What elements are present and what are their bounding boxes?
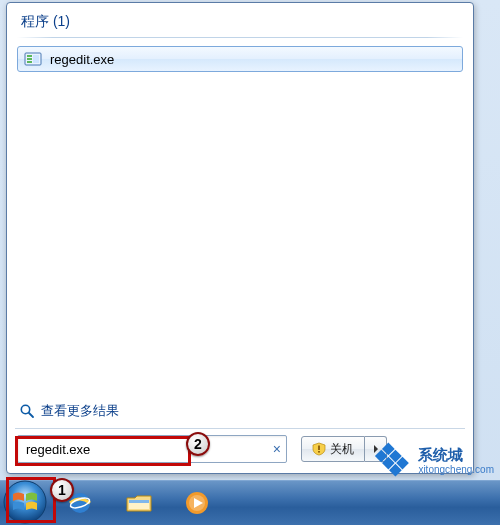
taskbar bbox=[0, 480, 500, 525]
svg-rect-2 bbox=[27, 58, 32, 60]
results-header: 程序 (1) bbox=[7, 3, 473, 35]
start-button[interactable] bbox=[2, 479, 48, 525]
results-empty-area bbox=[7, 72, 473, 396]
taskbar-item-explorer[interactable] bbox=[114, 483, 164, 523]
svg-rect-8 bbox=[318, 451, 320, 453]
svg-rect-1 bbox=[27, 55, 32, 57]
taskbar-item-media-player[interactable] bbox=[172, 483, 222, 523]
header-divider bbox=[17, 37, 463, 38]
screenshot-canvas: 程序 (1) regedit.exe 查看更多结果 bbox=[0, 0, 500, 525]
result-item-regedit[interactable]: regedit.exe bbox=[17, 46, 463, 72]
folder-icon bbox=[124, 489, 154, 517]
see-more-results-link[interactable]: 查看更多结果 bbox=[7, 396, 473, 428]
svg-rect-13 bbox=[129, 500, 149, 503]
start-menu-panel: 程序 (1) regedit.exe 查看更多结果 bbox=[6, 2, 474, 474]
media-player-icon bbox=[182, 489, 212, 517]
shield-alert-icon bbox=[312, 442, 326, 456]
search-input[interactable] bbox=[17, 435, 287, 463]
shutdown-button[interactable]: 关机 bbox=[301, 436, 365, 462]
svg-rect-3 bbox=[27, 61, 32, 63]
watermark-url: xitongcheng.com bbox=[418, 465, 494, 475]
svg-point-10 bbox=[70, 493, 90, 513]
watermark-logo-icon bbox=[375, 441, 415, 481]
svg-rect-7 bbox=[318, 446, 320, 451]
bottom-divider bbox=[15, 428, 465, 429]
result-item-label: regedit.exe bbox=[50, 52, 114, 67]
svg-line-6 bbox=[29, 413, 33, 417]
callout-1: 1 bbox=[50, 478, 74, 502]
search-icon bbox=[19, 403, 35, 419]
svg-point-9 bbox=[4, 481, 46, 523]
shutdown-split-button: 关机 bbox=[301, 436, 387, 462]
shutdown-label: 关机 bbox=[330, 441, 354, 458]
watermark: 系统城 xitongcheng.com bbox=[376, 446, 494, 475]
search-wrap: × bbox=[17, 435, 287, 463]
results-header-text: 程序 (1) bbox=[21, 13, 70, 29]
svg-rect-4 bbox=[33, 55, 39, 63]
regedit-icon bbox=[24, 50, 42, 68]
watermark-brand: 系统城 bbox=[418, 446, 463, 463]
clear-search-button[interactable]: × bbox=[273, 441, 281, 457]
see-more-results-label: 查看更多结果 bbox=[41, 402, 119, 420]
callout-2: 2 bbox=[186, 432, 210, 456]
